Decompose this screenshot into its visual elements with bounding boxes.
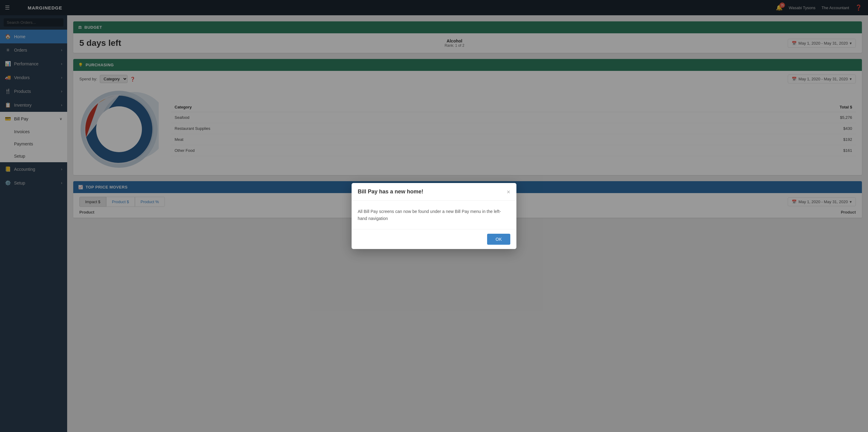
modal-close-button[interactable]: ×: [507, 189, 510, 195]
modal-message: All Bill Pay screens can now be found un…: [358, 208, 510, 222]
main-area: 🔔 35 Wasabi Tysons The Accountant ❓ ⚖ BU…: [67, 0, 868, 432]
modal-header: Bill Pay has a new home! ×: [351, 183, 517, 201]
modal-ok-button[interactable]: OK: [487, 234, 510, 245]
modal-title: Bill Pay has a new home!: [358, 189, 423, 195]
modal-dialog: Bill Pay has a new home! × All Bill Pay …: [351, 183, 517, 249]
modal-body: All Bill Pay screens can now be found un…: [351, 201, 517, 229]
modal-footer: OK: [351, 229, 517, 249]
modal-overlay: Bill Pay has a new home! × All Bill Pay …: [67, 0, 868, 432]
